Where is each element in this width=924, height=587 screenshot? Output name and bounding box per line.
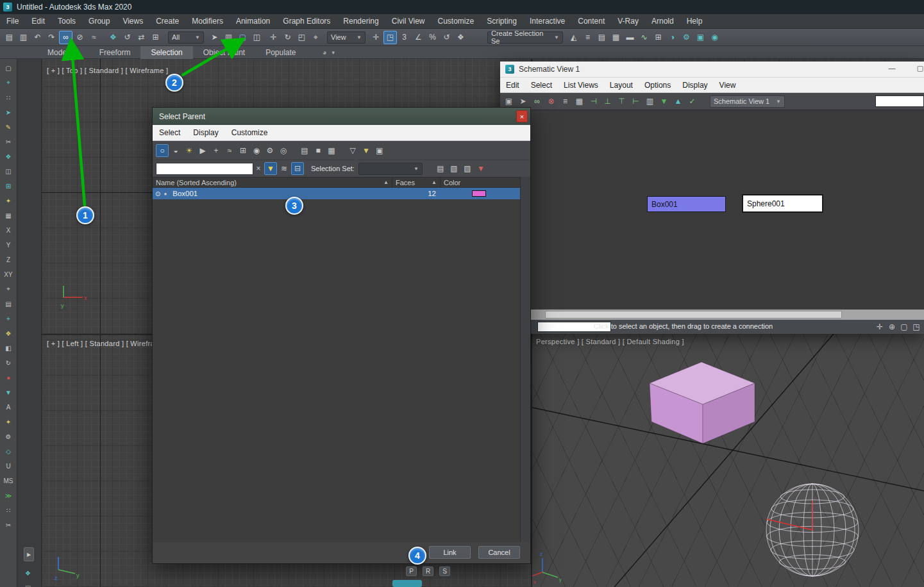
menu-item[interactable]: Display — [187, 125, 224, 140]
snaps-toggle-icon[interactable]: 3 — [398, 31, 411, 44]
align-bottom-icon[interactable]: ⊥ — [601, 95, 614, 108]
zoom-icon[interactable]: ⊕ — [886, 321, 898, 333]
selection-set-dropdown[interactable]: ▼ — [358, 163, 423, 175]
menu-item[interactable]: Options — [639, 78, 676, 92]
select-and-link-icon[interactable]: ∞ — [59, 31, 72, 44]
select-scale-icon[interactable]: ◰ — [295, 31, 308, 44]
shrink-icon[interactable]: ▼ — [657, 95, 671, 108]
schematic-search-input[interactable] — [875, 95, 924, 107]
maxscript-icon[interactable]: MS — [2, 474, 15, 487]
grid-view-icon[interactable]: ▦ — [573, 95, 586, 108]
tool-icon[interactable]: ◇ — [2, 445, 15, 458]
filter-preset-icon[interactable]: ▼ — [360, 144, 373, 157]
tool-icon[interactable]: + — [2, 312, 15, 325]
scrollbar-thumb[interactable] — [545, 311, 842, 318]
tool-icon[interactable]: ❖ — [2, 150, 15, 163]
list-view-icon[interactable]: ≡ — [559, 95, 572, 108]
arrange-icon[interactable]: ▥ — [643, 95, 657, 108]
toggle-layer-explorer-icon[interactable]: ▦ — [609, 31, 623, 44]
tool-icon[interactable]: ✂ — [2, 518, 15, 531]
quick-access-icon-2[interactable]: ▥ — [17, 31, 30, 44]
expand-panel-button[interactable]: ▶ — [24, 547, 34, 561]
redo-icon[interactable]: ↷ — [45, 31, 58, 44]
viewport-perspective[interactable]: z y x Perspective ] [ Standard ] [ Defau… — [532, 334, 924, 587]
viewport-label[interactable]: Perspective ] [ Standard ] [ Default Sha… — [536, 338, 684, 345]
display-geometry-icon[interactable]: ◒ — [169, 144, 182, 157]
menu-item[interactable]: Group — [82, 14, 116, 28]
chevron-down-icon[interactable]: ▾ — [332, 49, 335, 56]
ribbon-tab[interactable]: Selection — [140, 46, 192, 59]
tool-icon[interactable]: ∷ — [2, 504, 15, 517]
node-box001[interactable]: Box001 — [647, 196, 726, 212]
ribbon-tab[interactable]: Populate — [255, 46, 306, 59]
preferences-toggle-icon[interactable]: ✓ — [685, 95, 699, 108]
tool-icon[interactable]: ◫ — [2, 165, 15, 178]
align-icon[interactable]: ≡ — [581, 31, 594, 44]
grow-icon[interactable]: ▲ — [671, 95, 685, 108]
list-scrollbar-gutter[interactable] — [520, 177, 530, 542]
ribbon-config-icon[interactable]: ◕ — [318, 45, 332, 59]
menu-item[interactable]: Arnold — [645, 14, 680, 28]
toggle-scene-explorer-icon[interactable]: ▤ — [595, 31, 609, 44]
detail-layout-icon[interactable]: ▦ — [325, 144, 338, 157]
tool-icon[interactable]: U — [2, 459, 15, 472]
align-left-icon[interactable]: ⊣ — [587, 95, 600, 108]
display-helpers-icon[interactable]: + — [210, 144, 223, 157]
tool-icon[interactable]: ◧ — [2, 342, 15, 354]
display-frozen-icon[interactable]: ◎ — [277, 144, 290, 157]
display-groups-icon[interactable]: ⊞ — [237, 144, 249, 157]
menu-item[interactable]: Rendering — [337, 14, 385, 28]
dock-icon-2[interactable]: ▤ — [21, 581, 35, 587]
pivot-icon[interactable]: ⌖ — [309, 31, 323, 44]
menu-item[interactable]: Animation — [230, 14, 276, 28]
quick-access-icon-1[interactable]: ▤ — [3, 31, 16, 44]
display-xrefs-icon[interactable]: ◉ — [250, 144, 263, 157]
tool-icon[interactable]: ≫ — [2, 489, 15, 502]
tool-icon[interactable]: ❖ — [2, 327, 15, 340]
object-list[interactable]: ⊙ ● Box001 12 — [153, 188, 520, 542]
restrict-z-icon[interactable]: Z — [2, 253, 15, 266]
rectangular-selection-icon[interactable]: ▢ — [236, 31, 249, 44]
reference-coordinate-dropdown[interactable]: View▼ — [327, 31, 365, 44]
object-color-swatch[interactable] — [472, 190, 486, 197]
select-tool-icon[interactable]: ➤ — [516, 95, 530, 108]
menu-item[interactable]: Civil View — [385, 14, 432, 28]
filter-icon[interactable]: ▽ — [346, 144, 359, 157]
angle-snap-icon[interactable]: ∠ — [412, 31, 425, 44]
menu-item[interactable]: Display — [676, 78, 713, 92]
material-editor-icon[interactable]: ◑ — [666, 31, 679, 44]
tool-icon[interactable]: ● — [2, 371, 15, 384]
column-header-name[interactable]: Name (Sorted Ascending) — [153, 179, 237, 186]
tool-icon[interactable]: ✂ — [2, 135, 15, 148]
column-header-color[interactable]: Color — [444, 179, 460, 186]
node-sphere001[interactable]: Sphere001 — [742, 194, 823, 213]
bind-spacewarp-icon[interactable]: ≈ — [87, 31, 101, 44]
spinner-snap-icon[interactable]: ↺ — [440, 31, 453, 44]
menu-item[interactable]: List Views — [558, 78, 604, 92]
schematic-view-icon[interactable]: ⊞ — [651, 31, 665, 44]
display-cameras-icon[interactable]: ▶ — [196, 144, 209, 157]
tool-icon[interactable]: ▼ — [2, 386, 15, 399]
align-top-icon[interactable]: ⊤ — [615, 95, 628, 108]
scale-button[interactable]: S — [439, 566, 450, 576]
menu-item[interactable]: Select — [525, 78, 558, 92]
add-set-icon[interactable]: ▧ — [448, 162, 460, 175]
tool-icon[interactable]: ⊞ — [2, 179, 15, 192]
zoom-region-icon[interactable]: ▢ — [898, 321, 910, 333]
menu-item[interactable]: Edit — [500, 78, 525, 92]
align-right-icon[interactable]: ⊢ — [629, 95, 643, 108]
edit-set-icon[interactable]: ▤ — [434, 162, 447, 175]
menu-item[interactable]: Customize — [432, 14, 481, 28]
dock-icon-1[interactable]: ❖ — [21, 566, 35, 579]
name-search-input[interactable] — [156, 163, 253, 175]
toggle-icon-2[interactable]: ↺ — [121, 31, 134, 44]
hierarchy-mode-icon[interactable]: ≋ — [278, 162, 290, 175]
zoom-extents-icon[interactable]: ◳ — [911, 321, 922, 333]
menu-item[interactable]: Interactive — [523, 14, 571, 28]
menu-item[interactable]: File — [0, 14, 25, 28]
named-selection-set-dropdown[interactable]: Create Selection Se▼ — [487, 31, 563, 44]
tool-icon[interactable]: ✦ — [2, 415, 15, 428]
custom-filter-icon[interactable]: ▼ — [475, 162, 487, 175]
schematic-canvas[interactable]: Box001 Sphere001 — [500, 110, 924, 310]
tool-icon[interactable]: ∷ — [2, 91, 15, 104]
